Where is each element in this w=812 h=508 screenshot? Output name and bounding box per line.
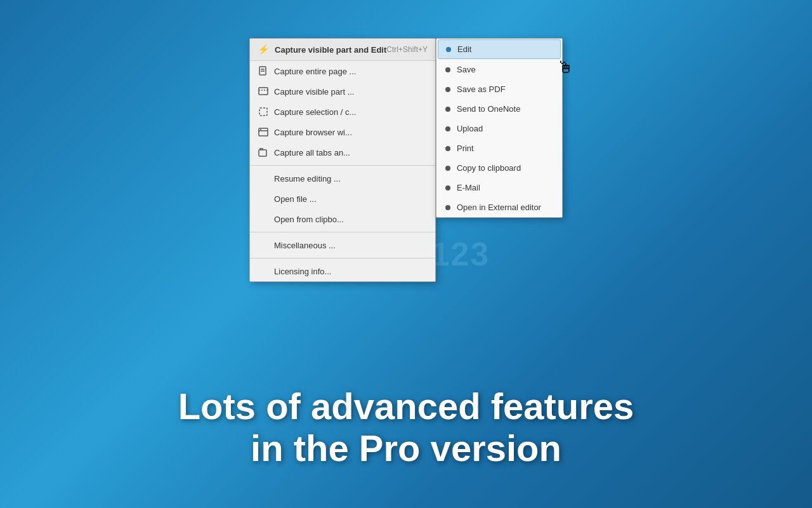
menu-item-open-clipboard[interactable]: Open from clipbo... — [250, 209, 435, 229]
menu-item-open-file[interactable]: Open file ... — [250, 189, 435, 209]
divider-2 — [250, 232, 435, 232]
submenu-item-copy-clipboard[interactable]: Copy to clipboard — [436, 158, 562, 178]
menu-item-capture-browser-window[interactable]: Capture browser wi... — [250, 122, 435, 142]
upload-bullet — [445, 126, 450, 131]
capture-all-tabs-label: Capture all tabs an... — [274, 148, 350, 157]
submenu-item-external-editor[interactable]: Open in External editor — [436, 197, 562, 217]
browser-icon — [258, 126, 269, 138]
save-pdf-label: Save as PDF — [457, 84, 506, 94]
save-bullet — [445, 67, 450, 72]
license-icon — [258, 265, 269, 277]
resume-editing-label: Resume editing ... — [274, 174, 341, 184]
external-editor-label: Open in External editor — [457, 203, 541, 212]
edit-bullet — [446, 47, 451, 52]
capture-browser-window-label: Capture browser wi... — [274, 128, 352, 137]
svg-rect-3 — [259, 88, 268, 95]
submenu-item-email[interactable]: E-Mail — [436, 178, 562, 197]
save-label: Save — [457, 65, 476, 74]
resume-icon — [258, 173, 269, 184]
submenu-item-save[interactable]: Save — [436, 60, 562, 79]
submenu: Edit Save Save as PDF Send to OneNote Up… — [436, 38, 563, 218]
submenu-item-print[interactable]: Print — [436, 138, 562, 158]
upload-label: Upload — [457, 124, 483, 133]
miscellaneous-label: Miscellaneous ... — [274, 241, 336, 250]
onenote-label: Send to OneNote — [457, 104, 520, 114]
divider-3 — [250, 258, 435, 258]
menu-item-capture-selection[interactable]: Capture selection / c... — [250, 102, 435, 122]
capture-visible-part-label: Capture visible part ... — [274, 87, 354, 97]
submenu-item-save-pdf[interactable]: Save as PDF — [436, 79, 562, 99]
misc-icon — [258, 239, 269, 251]
menu-item-resume-editing[interactable]: Resume editing ... — [250, 168, 435, 189]
bottom-line1: Lots of advanced features — [0, 385, 812, 428]
menu-item-licensing[interactable]: Licensing info... — [250, 261, 435, 281]
save-pdf-bullet — [445, 87, 450, 92]
visible-icon — [258, 86, 269, 97]
open-file-icon — [258, 193, 269, 204]
licensing-label: Licensing info... — [274, 267, 331, 276]
external-editor-bullet — [445, 205, 450, 210]
main-menu-header[interactable]: ⚡ Capture visible part and Edit Ctrl+Shi… — [250, 39, 435, 61]
submenu-item-onenote[interactable]: Send to OneNote — [436, 99, 562, 119]
email-label: E-Mail — [457, 183, 480, 192]
print-label: Print — [457, 144, 474, 153]
svg-point-7 — [260, 129, 261, 130]
menu-item-miscellaneous[interactable]: Miscellaneous ... — [250, 235, 435, 255]
svg-rect-4 — [259, 108, 267, 116]
email-bullet — [445, 185, 450, 190]
capture-selection-label: Capture selection / c... — [274, 107, 356, 117]
menu-item-capture-visible-part[interactable]: Capture visible part ... — [250, 81, 435, 102]
bottom-line2: in the Pro version — [0, 427, 812, 470]
menu-item-capture-entire-page[interactable]: Capture entire page ... — [250, 61, 435, 81]
header-label: Capture visible part and Edit — [275, 45, 386, 55]
copy-clipboard-label: Copy to clipboard — [457, 163, 521, 173]
bottom-text: Lots of advanced features in the Pro ver… — [0, 385, 812, 470]
onenote-bullet — [445, 107, 450, 112]
lightning-icon: ⚡ — [258, 44, 270, 55]
capture-entire-page-label: Capture entire page ... — [274, 67, 356, 76]
shortcut-label: Ctrl+Shift+Y — [386, 45, 428, 54]
page-icon — [258, 65, 269, 77]
open-file-label: Open file ... — [274, 194, 316, 204]
divider-1 — [250, 165, 435, 166]
header-left: ⚡ Capture visible part and Edit — [258, 44, 386, 55]
svg-rect-8 — [259, 150, 266, 156]
main-menu: ⚡ Capture visible part and Edit Ctrl+Shi… — [249, 38, 436, 282]
print-bullet — [445, 146, 450, 151]
submenu-item-upload[interactable]: Upload — [436, 119, 562, 138]
submenu-item-edit[interactable]: Edit — [438, 39, 561, 59]
copy-clipboard-bullet — [445, 166, 450, 171]
edit-label: Edit — [457, 44, 471, 54]
clipboard-icon — [258, 213, 269, 225]
menu-container: ⚡ Capture visible part and Edit Ctrl+Shi… — [249, 38, 563, 282]
open-clipboard-label: Open from clipbo... — [274, 215, 344, 224]
selection-icon — [258, 106, 269, 117]
tabs-icon — [258, 147, 269, 158]
menu-item-capture-all-tabs[interactable]: Capture all tabs an... — [250, 142, 435, 163]
